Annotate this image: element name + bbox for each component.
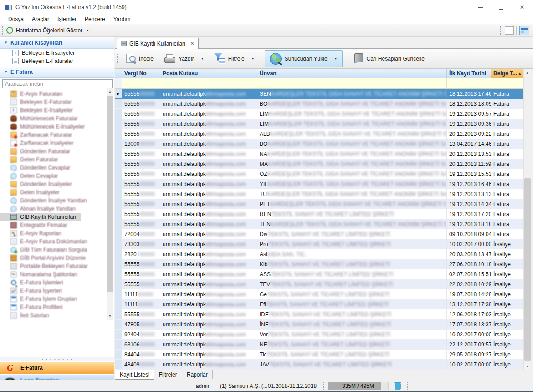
table-row[interactable]: 5555500000urn:mail:defaultpkkfirmaposta.… xyxy=(115,99,523,109)
table-row[interactable]: 5555500000urn:mail:defaultpkkfirmaposta.… xyxy=(115,309,523,320)
sidebar-item-9[interactable]: Gelen Faturalar xyxy=(0,155,58,164)
scroll-up-icon[interactable]: ▲ xyxy=(107,88,113,95)
table-row[interactable]: 4840900000urn:mail:defaultpkkfirmaposta.… xyxy=(115,360,523,370)
sidebar-item-11[interactable]: Gelen Cevaplar xyxy=(0,172,58,180)
table-row[interactable]: ►5555500000urn:mail:defaultpkkfirmaposta… xyxy=(115,89,523,99)
sidebar-item-27[interactable]: E-Fatura Profilleri xyxy=(0,303,62,311)
new-window-icon[interactable] xyxy=(505,26,514,35)
scrollbar-thumb[interactable] xyxy=(107,96,113,292)
splitter-handle[interactable]: • • • • • • • • xyxy=(0,357,114,361)
filter-cell-4[interactable] xyxy=(447,78,491,88)
sidebar-item-14[interactable]: Gönderilen İrsaliye Yanıtları xyxy=(0,196,87,205)
table-row[interactable]: 5555500000urn:mail:defaultpkkfirmaposta.… xyxy=(115,169,523,179)
table-row[interactable]: 5555500000urn:mail:defaultpkkfirmaposta.… xyxy=(115,159,523,169)
tab-gib-kayitli-kullanicilari[interactable]: GİB Kayıtlı Kullanıcıları ✕ xyxy=(117,38,199,49)
sidebar-item-18[interactable]: E-Arşiv Raporları xyxy=(0,229,62,237)
sidebar-item-24[interactable]: E-Fatura İşlemleri xyxy=(0,279,63,287)
sidebar-item-19[interactable]: E-Arşiv Fatura Dokümanları xyxy=(0,237,87,246)
chevron-down-icon[interactable]: ▼ xyxy=(334,57,338,60)
toolbar-grip[interactable] xyxy=(500,26,502,35)
sidebar-item-6[interactable]: Zarflanacak Faturalar xyxy=(0,131,72,139)
toolbar-button-cari-hesaplar-g-ncelle[interactable]: Cari Hesapları Güncelle xyxy=(348,50,430,67)
chevron-down-icon[interactable]: ▼ xyxy=(86,29,89,32)
table-row[interactable]: 9240400000urn:mail:defaultpkkfirmaposta.… xyxy=(115,330,523,340)
table-row[interactable]: 5555500000urn:mail:defaultpkkfirmaposta.… xyxy=(115,269,523,279)
table-row[interactable]: 5555500000urn:mail:defaultpkkfirmaposta.… xyxy=(115,199,523,209)
sidebar-item-25[interactable]: E-Fatura İşyerleri xyxy=(0,287,62,295)
table-row[interactable]: 5555500000urn:mail:defaultpkkfirmaposta.… xyxy=(115,149,523,159)
table-row[interactable]: 5555500000urn:mail:defaultpkkfirmaposta.… xyxy=(115,119,523,129)
toolbar-button-sunucudan-y-kle[interactable]: Sunucudan Yükle▼ xyxy=(265,50,343,67)
sidebar-item-1[interactable]: E-Arşiv Faturaları xyxy=(0,90,62,98)
menu-item-dosya[interactable]: Dosya xyxy=(4,15,28,23)
garbage-collect-icon[interactable] xyxy=(394,382,401,390)
filter-cell-2[interactable] xyxy=(160,78,257,88)
shortcut-item[interactable]: Bekleyen E-İrsaliyeler xyxy=(0,49,114,57)
reminder-toggle[interactable]: Hatırlatma Öğelerini Göster xyxy=(16,27,82,34)
scroll-down-icon[interactable]: ▼ xyxy=(107,313,113,320)
table-row[interactable]: 5555500000urn:mail:defaultpkkfirmaposta.… xyxy=(115,279,523,289)
tab-close-icon[interactable]: ✕ xyxy=(190,41,194,46)
filter-cell-5[interactable] xyxy=(491,78,523,88)
table-row[interactable]: 7330300000urn:mail:defaultpkkfirmaposta.… xyxy=(115,239,523,249)
column-header-3[interactable]: Ünvan xyxy=(257,69,447,78)
table-row[interactable]: 4780500000urn:mail:defaultpkkfirmaposta.… xyxy=(115,320,523,330)
sidebar-item-5[interactable]: Mühürlenecek E-İrsaliyeler xyxy=(0,123,85,131)
sidebar-item-15[interactable]: Alınan İrsaliye Yanıtları xyxy=(0,205,76,213)
sidebar-item-10[interactable]: Gönderilen Cevaplar xyxy=(0,164,70,172)
table-row[interactable]: 1800000000urn:mail:defaultpkkfirmaposta.… xyxy=(115,139,523,149)
table-row[interactable]: 5555500000urn:mail:defaultpkkfirmaposta.… xyxy=(115,219,523,229)
bottom-tab-kay-t-listesi[interactable]: Kayıt Listesi xyxy=(115,370,154,380)
menu-item-i̇şlemler[interactable]: İşlemler xyxy=(53,15,81,23)
filter-cell-1[interactable] xyxy=(122,78,160,88)
table-row[interactable]: 1111100000urn:mail:defaultpkkfirmaposta.… xyxy=(115,289,523,299)
toolbar-button-yazd-r[interactable]: Yazdır▼ xyxy=(159,50,209,67)
scrollbar-thumb[interactable] xyxy=(524,178,531,361)
layout-view-icon[interactable] xyxy=(519,26,529,35)
chevron-down-icon[interactable]: ▼ xyxy=(251,57,255,60)
maximize-button[interactable] xyxy=(491,0,512,14)
sidebar-scrollbar[interactable]: ▲ ▼ xyxy=(107,88,113,320)
sidebar-item-22[interactable]: Portalde Bekleyen Faturalar xyxy=(0,262,88,270)
table-row[interactable]: 5555500000urn:mail:defaultpkkfirmaposta.… xyxy=(115,209,523,219)
sidebar-item-17[interactable]: Entegratör Firmalar xyxy=(0,221,67,229)
toolbar-button-filtrele[interactable]: Filtrele▼ xyxy=(209,50,260,67)
sidebar-item-16[interactable]: GİB Kayıtlı Kullanıcıları xyxy=(0,213,81,221)
grid-scrollbar[interactable]: ▲ ▼ xyxy=(523,69,531,370)
sidebar-item-2[interactable]: Bekleyen E-Faturalar xyxy=(0,98,72,106)
sidebar-item-28[interactable]: İleti Satırları xyxy=(0,311,49,320)
column-header-2[interactable]: Posta Kutusu xyxy=(160,69,257,78)
table-row[interactable]: 5555500000urn:mail:defaultpkkfirmaposta.… xyxy=(115,259,523,269)
sidebar-item-13[interactable]: Gelen İrsaliyeler xyxy=(0,188,60,196)
sidebar-item-8[interactable]: Gönderilen Faturalar xyxy=(0,147,70,155)
sidebar-item-26[interactable]: E-Fatura İşlem Grupları xyxy=(0,295,77,303)
sidebar-item-23[interactable]: Numaralama Şablonları xyxy=(0,270,77,279)
column-header-4[interactable]: İlk Kayıt Tarihi xyxy=(447,69,491,78)
table-row[interactable]: 5555500000urn:mail:defaultpkkfirmaposta.… xyxy=(115,189,523,199)
toolbar-grip[interactable] xyxy=(2,26,5,35)
minimize-button[interactable] xyxy=(470,0,491,14)
toolbar-grip[interactable] xyxy=(117,54,119,63)
menu-item-yardım[interactable]: Yardım xyxy=(109,15,135,23)
table-row[interactable]: 7200400000urn:mail:defaultpkkfirmaposta.… xyxy=(115,229,523,239)
toolbar-button-i-ncele[interactable]: İncele xyxy=(121,50,159,67)
sidebar-item-12[interactable]: Gönderilen İrsaliyeler xyxy=(0,180,72,188)
table-row[interactable]: 1111100000urn:mail:defaultpkkfirmaposta.… xyxy=(115,299,523,309)
nav-button-e-fatura[interactable]: GE-Fatura xyxy=(0,361,114,374)
column-header-1[interactable]: Vergi No xyxy=(122,69,160,78)
section-header-shortcuts[interactable]: ▼ Kullanıcı Kısayolları xyxy=(0,37,114,49)
menu-item-pencere[interactable]: Pencere xyxy=(81,15,109,23)
column-header-5[interactable]: Belge T...▲ xyxy=(491,69,523,78)
search-input[interactable] xyxy=(2,79,113,88)
sidebar-item-3[interactable]: Bekleyen E-İrsaliyeler xyxy=(0,106,73,114)
close-button[interactable]: ✕ xyxy=(512,0,533,14)
sidebar-item-20[interactable]: GİB Tüm Faturaları Sorgula xyxy=(0,246,87,254)
menu-item-araçlar[interactable]: Araçlar xyxy=(28,15,53,23)
sidebar-item-4[interactable]: Mühürlenecek Faturalar xyxy=(0,114,78,123)
scroll-down-icon[interactable]: ▼ xyxy=(524,362,531,370)
bottom-tab-raporlar[interactable]: Raporlar xyxy=(182,370,213,379)
filter-cell-3[interactable] xyxy=(257,78,447,88)
shortcut-item[interactable]: Bekleyen E-Faturalar xyxy=(0,57,114,65)
scroll-up-icon[interactable]: ▲ xyxy=(524,69,531,76)
section-header-efatura[interactable]: ▼ E-Fatura xyxy=(0,66,114,78)
